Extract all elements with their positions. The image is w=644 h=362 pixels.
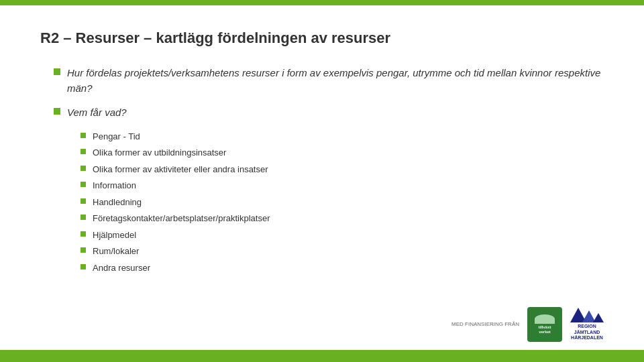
mountains	[570, 308, 604, 322]
sub-bullet-item: Företagskontakter/arbetsplatser/praktikp…	[80, 212, 604, 225]
main-bullet-2: Vem får vad?	[54, 105, 604, 121]
tillvaxtverket-logo: tillväxtverket	[527, 307, 562, 342]
sub-bullet-item: Hjälpmedel	[80, 229, 604, 242]
sub-bullet-square	[80, 182, 86, 187]
sub-bullet-square	[80, 215, 86, 220]
sub-bullet-square	[80, 198, 86, 204]
bullet-section: Hur fördelas projektets/verksamhetens re…	[54, 66, 604, 274]
sub-bullet-item: Rum/lokaler	[80, 245, 604, 258]
sub-bullet-square	[80, 264, 86, 269]
sub-bullet-item: Andra resurser	[80, 261, 604, 275]
sub-bullet-text: Andra resurser	[93, 261, 150, 275]
logos-area: MED FINANSIERING FRÅN tillväxtverket REG…	[451, 307, 604, 342]
bullet-square-2	[54, 108, 60, 115]
main-bullet-text-1: Hur fördelas projektets/verksamhetens re…	[67, 66, 604, 96]
sub-bullet-item: Handledning	[80, 196, 604, 209]
content-area: R2 – Resurser – kartlägg fördelningen av…	[0, 5, 644, 362]
tillvaxtverket-text: tillväxtverket	[538, 325, 551, 335]
sub-bullet-square	[80, 133, 86, 138]
sub-bullet-text: Information	[93, 179, 136, 192]
mountain-3	[593, 313, 604, 322]
sub-bullet-square	[80, 247, 86, 253]
sub-bullet-square	[80, 231, 86, 237]
main-bullet-1: Hur fördelas projektets/verksamhetens re…	[54, 66, 604, 96]
sub-bullet-item: Pengar - Tid	[80, 130, 604, 143]
sub-bullet-text: Handledning	[93, 196, 142, 209]
sub-bullet-square	[80, 166, 86, 171]
region-text: REGIONJÄMTLANDHÄRJEDALEN	[571, 324, 603, 341]
med-finansiering-label: MED FINANSIERING FRÅN	[451, 321, 519, 328]
logo-swoosh	[535, 314, 555, 324]
bottom-bar	[0, 350, 644, 362]
sub-bullet-text: Hjälpmedel	[93, 229, 136, 242]
sub-bullet-square	[80, 149, 86, 154]
slide-title: R2 – Resurser – kartlägg fördelningen av…	[40, 29, 604, 47]
sub-bullet-text: Olika former av utbildningsinsatser	[93, 146, 226, 160]
sub-bullet-text: Rum/lokaler	[93, 245, 139, 258]
sub-bullet-item: Information	[80, 179, 604, 192]
bullet-square-1	[54, 68, 60, 75]
sub-bullet-text: Olika former av aktiviteter eller andra …	[93, 163, 268, 176]
main-bullet-text-2: Vem får vad?	[67, 105, 127, 121]
sub-bullet-item: Olika former av aktiviteter eller andra …	[80, 163, 604, 176]
sub-bullet-text: Företagskontakter/arbetsplatser/praktikp…	[93, 212, 270, 225]
sub-bullet-item: Olika former av utbildningsinsatser	[80, 146, 604, 160]
sub-bullets-list: Pengar - TidOlika former av utbildningsi…	[80, 130, 604, 275]
region-logo: REGIONJÄMTLANDHÄRJEDALEN	[570, 308, 604, 341]
slide: R2 – Resurser – kartlägg fördelningen av…	[0, 0, 644, 362]
top-bar	[0, 0, 644, 5]
sub-bullet-text: Pengar - Tid	[93, 130, 140, 143]
